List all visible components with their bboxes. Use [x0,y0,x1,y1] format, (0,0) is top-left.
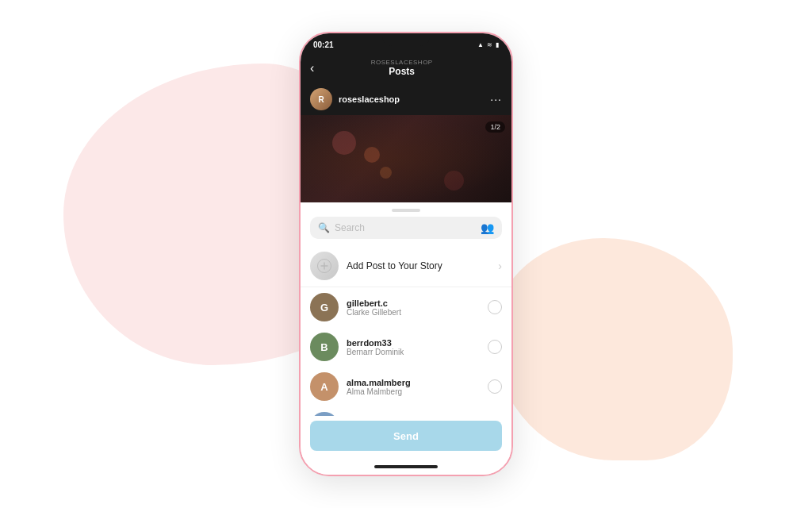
post-header: R roseslaceshop ··· [301,83,511,115]
post-image: 1/2 [301,115,511,202]
phone-mockup: 00:21 ▲ ≋ ▮ ‹ ROSESLACESHOP Posts R rose… [299,32,513,476]
phone-frame: 00:21 ▲ ≋ ▮ ‹ ROSESLACESHOP Posts R rose… [299,32,513,476]
sheet-handle [392,209,420,212]
nav-main-title: Posts [371,66,433,77]
contact-info: gillebert.cClarke Gillebert [347,298,488,317]
status-icons: ▲ ≋ ▮ [477,41,499,48]
post-more-icon[interactable]: ··· [490,93,502,106]
wifi-icon: ≋ [487,41,492,48]
contact-select-radio[interactable] [488,340,502,354]
nav-title-block: ROSESLACESHOP Posts [371,59,433,77]
status-bar: 00:21 ▲ ≋ ▮ [301,33,511,56]
contact-avatar: G [310,293,339,321]
contact-info: alma.malmbergAlma Malmberg [347,378,488,396]
floral-3 [444,171,464,190]
contact-fullname: Clarke Gillebert [347,308,488,317]
nav-subtitle: ROSESLACESHOP [371,59,433,66]
search-bar[interactable]: 🔍 Search 👥 [310,217,502,239]
contact-fullname: Alma Malmberg [347,387,488,396]
image-overlay [301,115,511,202]
battery-icon: ▮ [496,41,499,48]
contact-row[interactable]: Aalma.malmbergAlma Malmberg [301,367,511,406]
contact-username: berrdom33 [347,338,488,348]
post-username: roseslaceshop [339,94,400,104]
floral-4 [380,167,392,179]
contact-list: Ggillebert.cClarke GillebertBberrdom33Be… [301,287,511,416]
add-people-icon[interactable]: 👥 [481,221,494,234]
home-bar [374,465,438,468]
search-icon: 🔍 [318,222,330,233]
post-user-info: R roseslaceshop [310,88,400,110]
story-avatar-icon [310,252,339,280]
contact-fullname: Bernarr Dominik [347,348,488,356]
floral-2 [364,147,380,163]
contact-info: berrdom33Bernarr Dominik [347,338,488,356]
contact-avatar: B [310,333,339,361]
contact-row[interactable]: Nnoella.blNoella Blue [301,406,511,416]
contact-avatar: A [310,372,339,401]
floral-1 [332,131,356,155]
add-story-label: Add Post to Your Story [347,260,498,271]
notch [382,33,430,46]
send-button-label: Send [393,430,419,442]
contact-username: alma.malmberg [347,378,488,387]
contact-avatar: N [310,412,339,416]
image-counter: 1/2 [485,121,505,133]
chevron-right-icon: › [498,260,502,272]
home-indicator [301,459,511,475]
contact-row[interactable]: Ggillebert.cClarke Gillebert [301,287,511,327]
contact-select-radio[interactable] [488,300,502,314]
signal-icon: ▲ [477,41,484,48]
navigation-bar: ‹ ROSESLACESHOP Posts [301,56,511,83]
post-avatar: R [310,88,332,110]
search-input[interactable]: Search [335,222,481,233]
add-story-row[interactable]: Add Post to Your Story › [301,245,511,287]
back-button[interactable]: ‹ [310,61,314,75]
contact-select-radio[interactable] [488,379,502,394]
share-sheet: 🔍 Search 👥 Add Post to Your Story › G [301,202,511,459]
contact-row[interactable]: Bberrdom33Bernarr Dominik [301,327,511,367]
contact-username: gillebert.c [347,298,488,308]
send-button[interactable]: Send [310,421,502,451]
status-time: 00:21 [313,40,334,49]
background-blob-peach [495,238,733,460]
